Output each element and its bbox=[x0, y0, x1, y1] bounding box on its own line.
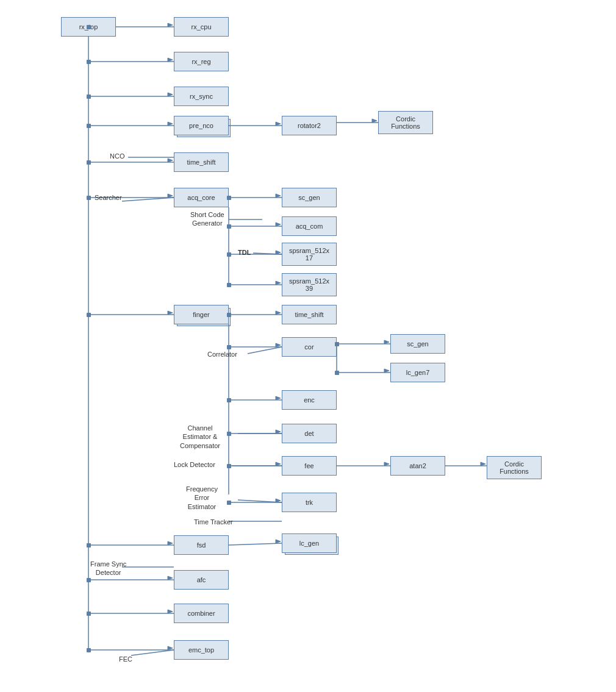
det-box[interactable]: det bbox=[282, 424, 337, 443]
dot-cor bbox=[227, 345, 231, 349]
fsd-box[interactable]: fsd bbox=[174, 535, 229, 555]
spsram2-box[interactable]: spsram_512x 39 bbox=[282, 273, 337, 296]
time-tracker-label: Time Tracker bbox=[194, 518, 233, 526]
svg-marker-42 bbox=[168, 646, 173, 650]
rx-reg-box[interactable]: rx_reg bbox=[174, 52, 229, 71]
freq-error-label: FrequencyErrorEstimator bbox=[186, 485, 218, 511]
fee-box[interactable]: fee bbox=[282, 456, 337, 476]
lc-gen7-box[interactable]: lc_gen7 bbox=[390, 363, 445, 382]
svg-line-69 bbox=[238, 500, 282, 502]
afc-box[interactable]: afc bbox=[174, 570, 229, 590]
acq-com-box[interactable]: acq_com bbox=[282, 216, 337, 236]
dot-pre-nco bbox=[87, 124, 91, 128]
combiner-box[interactable]: combiner bbox=[174, 604, 229, 623]
pre-nco-box[interactable]: pre_nco bbox=[174, 116, 229, 135]
dot-acq-com bbox=[227, 224, 231, 229]
svg-marker-59 bbox=[276, 540, 281, 543]
tdl-label: TDL bbox=[238, 249, 251, 256]
dot-det bbox=[227, 432, 231, 436]
svg-marker-38 bbox=[168, 311, 173, 315]
rx-sync-box[interactable]: rx_sync bbox=[174, 87, 229, 106]
cordic2-box[interactable]: Cordic Functions bbox=[487, 456, 542, 479]
dot-rx-cpu bbox=[87, 25, 91, 29]
svg-marker-57 bbox=[384, 462, 389, 466]
correlator-label: Correlator bbox=[207, 351, 237, 358]
dot-fsd bbox=[87, 543, 91, 548]
svg-marker-43 bbox=[276, 122, 281, 126]
svg-marker-33 bbox=[168, 58, 173, 62]
dot-afc bbox=[87, 578, 91, 582]
svg-marker-36 bbox=[168, 159, 173, 162]
dot-finger bbox=[87, 313, 91, 317]
svg-marker-51 bbox=[276, 396, 281, 400]
fec-label: FEC bbox=[119, 655, 132, 663]
spsram1-box[interactable]: spsram_512x 17 bbox=[282, 243, 337, 266]
svg-marker-40 bbox=[168, 576, 173, 580]
sc-gen-cor-box[interactable]: sc_gen bbox=[390, 334, 445, 354]
dot-rx-sync bbox=[87, 95, 91, 99]
trk-box[interactable]: trk bbox=[282, 493, 337, 512]
svg-marker-53 bbox=[276, 462, 281, 466]
dot-rx-reg bbox=[87, 60, 91, 64]
svg-marker-46 bbox=[276, 223, 281, 226]
cordic1-box[interactable]: Cordic Functions bbox=[378, 111, 433, 134]
dot-enc bbox=[227, 398, 231, 402]
nco-label: NCO bbox=[110, 152, 124, 160]
dot-combiner bbox=[87, 612, 91, 616]
svg-marker-56 bbox=[384, 369, 389, 373]
dot-acq-core bbox=[87, 196, 91, 200]
dot-time-shift-f bbox=[227, 313, 231, 317]
svg-marker-45 bbox=[276, 194, 281, 198]
svg-marker-39 bbox=[168, 541, 173, 545]
finger-box[interactable]: finger bbox=[174, 305, 229, 324]
svg-marker-54 bbox=[276, 499, 281, 502]
svg-marker-47 bbox=[276, 251, 281, 254]
short-code-label: Short CodeGenerator bbox=[190, 210, 224, 228]
svg-marker-32 bbox=[168, 23, 173, 27]
emc-top-box[interactable]: emc_top bbox=[174, 640, 229, 660]
svg-marker-41 bbox=[168, 610, 173, 613]
svg-marker-52 bbox=[276, 430, 281, 433]
enc-box[interactable]: enc bbox=[282, 390, 337, 410]
svg-line-66 bbox=[248, 347, 282, 354]
dot-spsram1 bbox=[227, 252, 231, 257]
lock-detect-label: Lock Detector bbox=[174, 461, 215, 468]
svg-marker-50 bbox=[276, 343, 281, 347]
svg-marker-34 bbox=[168, 93, 173, 96]
dot-spsram2 bbox=[227, 283, 231, 287]
dot-time-shift bbox=[87, 160, 91, 165]
atan2-box[interactable]: atan2 bbox=[390, 456, 445, 476]
dot-trk bbox=[227, 501, 231, 505]
time-shift-finger-box[interactable]: time_shift bbox=[282, 305, 337, 324]
svg-marker-58 bbox=[481, 462, 485, 466]
lc-gen-fsd-box[interactable]: lc_gen bbox=[282, 533, 337, 553]
cor-box[interactable]: cor bbox=[282, 337, 337, 357]
channel-est-label: ChannelEstimator &Compensator bbox=[180, 424, 220, 450]
dot-emc-top bbox=[87, 648, 91, 652]
acq-core-box[interactable]: acq_core bbox=[174, 188, 229, 207]
svg-line-65 bbox=[253, 253, 282, 254]
dot-lc-gen7 bbox=[335, 371, 339, 375]
svg-marker-48 bbox=[276, 281, 281, 285]
svg-marker-37 bbox=[168, 194, 173, 198]
svg-line-62 bbox=[131, 650, 174, 655]
dot-fee bbox=[227, 464, 231, 468]
svg-marker-49 bbox=[276, 311, 281, 315]
frame-sync-label: Frame SyncDetector bbox=[90, 560, 126, 577]
svg-line-31 bbox=[229, 543, 282, 545]
rotator2-box[interactable]: rotator2 bbox=[282, 116, 337, 135]
dot-sc-gen bbox=[227, 196, 231, 200]
searcher-label: Searcher bbox=[95, 194, 122, 201]
svg-marker-55 bbox=[384, 340, 389, 344]
rx-cpu-box[interactable]: rx_cpu bbox=[174, 17, 229, 37]
diagram-container: rx_top rx_cpu rx_reg rx_sync pre_nco tim… bbox=[0, 0, 616, 692]
time-shift-nco-box[interactable]: time_shift bbox=[174, 152, 229, 172]
sc-gen-acq-box[interactable]: sc_gen bbox=[282, 188, 337, 207]
svg-line-60 bbox=[122, 198, 174, 201]
dot-sc-gen-cor bbox=[335, 342, 339, 346]
svg-marker-35 bbox=[168, 122, 173, 126]
svg-marker-44 bbox=[372, 119, 377, 123]
